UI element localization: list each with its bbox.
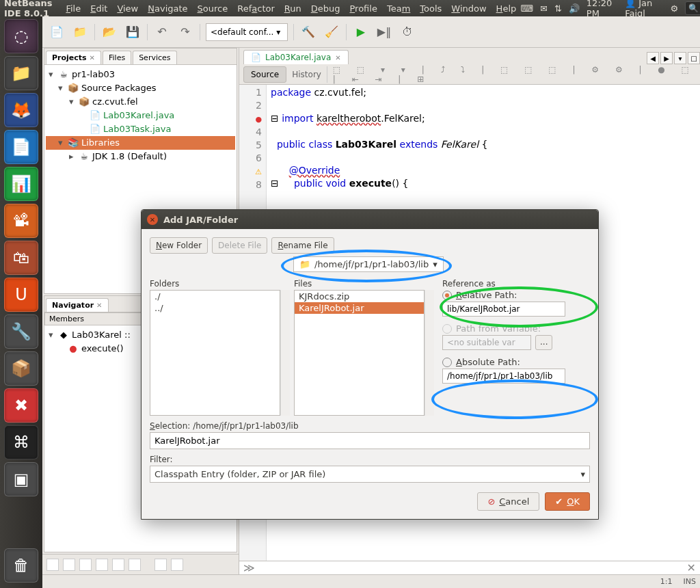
indicator-power-icon[interactable]: ⚙ [671, 3, 679, 14]
tab-files[interactable]: Files [103, 51, 131, 64]
list-item[interactable]: KarelJRobot.jar [295, 302, 424, 314]
build-icon[interactable]: 🔨 [299, 23, 317, 41]
run-config-combo[interactable]: <default conf... ▾ [206, 23, 288, 41]
relative-path-radio[interactable] [442, 291, 452, 300]
tab-services[interactable]: Services [133, 51, 176, 64]
menu-edit[interactable]: Edit [86, 2, 111, 15]
scrollbar[interactable] [425, 290, 434, 416]
launcher-calc-icon[interactable]: 📊 [4, 167, 38, 201]
folders-listbox[interactable]: ./ ../ [150, 290, 280, 416]
menu-navigate[interactable]: Navigate [144, 2, 191, 15]
menu-file[interactable]: File [62, 2, 85, 15]
launcher-firefox-icon[interactable]: 🦊 [4, 93, 38, 127]
list-item[interactable]: KJRdocs.zip [295, 291, 424, 302]
clean-build-icon[interactable]: 🧹 [323, 23, 340, 41]
menu-view[interactable]: View [113, 2, 142, 15]
menu-source[interactable]: Source [193, 2, 232, 15]
indicator-network-icon[interactable]: ⇅ [554, 3, 562, 14]
launcher-dropbox-icon[interactable]: 📦 [4, 351, 38, 386]
filter-icon[interactable] [154, 559, 167, 571]
profile-icon[interactable]: ⏱ [399, 23, 416, 41]
tree-libraries[interactable]: ▾📚Libraries [46, 136, 235, 150]
launcher-trash-icon[interactable]: 🗑 [4, 548, 38, 583]
cancel-button[interactable]: ⊘ Cancel [477, 492, 539, 511]
launcher-writer-icon[interactable]: 📄 [4, 130, 38, 164]
browse-variable-button[interactable]: ... [535, 335, 552, 350]
close-icon[interactable]: ✕ [90, 54, 95, 62]
tree-jdk[interactable]: ▸☕JDK 1.8 (Default) [46, 150, 235, 163]
launcher-settings-icon[interactable]: 🔧 [4, 315, 38, 349]
new-project-icon[interactable]: 📁 [71, 23, 89, 41]
launcher-impress-icon[interactable]: 📽 [4, 204, 38, 238]
launcher-xmind-icon[interactable]: ✖ [4, 388, 38, 423]
filter-icon[interactable] [171, 559, 183, 571]
menu-run[interactable]: Run [280, 2, 306, 15]
nav-dropdown-icon[interactable]: ▾ [674, 52, 686, 64]
debug-icon[interactable]: ▶‖ [375, 23, 393, 41]
hscroll-left-icon[interactable]: ≫ [243, 561, 255, 574]
editor-toolbar-icons[interactable]: ⬚ ⬚ ▾ ▾ | ⤴ ⤵ | ⬚ ⬚ ⬚ | ⚙ ⚙ | ● ⬚ | ⇤ ⇥ … [333, 65, 696, 84]
close-icon[interactable]: ✕ [147, 214, 158, 225]
menu-team[interactable]: Team [383, 2, 414, 15]
rename-file-button[interactable]: Rename File [271, 237, 334, 254]
launcher-terminal-icon[interactable]: ⌘ [4, 425, 38, 459]
indicator-sound-icon[interactable]: 🔊 [569, 3, 580, 14]
tab-navigator[interactable]: Navigator✕ [46, 298, 109, 312]
source-view-button[interactable]: Source [243, 66, 286, 83]
relative-path-input[interactable] [442, 302, 565, 317]
menu-profile[interactable]: Profile [345, 2, 381, 15]
editor-tab-lab03karel[interactable]: 📄 Lab03Karel.java ✕ [243, 50, 349, 64]
launcher-software-icon[interactable]: 🛍 [4, 241, 38, 275]
undo-icon[interactable]: ↶ [153, 23, 171, 41]
clock[interactable]: 12:20 PM [587, 0, 618, 18]
tree-source-packages[interactable]: ▾📦Source Packages [46, 81, 235, 95]
redo-icon[interactable]: ↷ [176, 23, 194, 41]
absolute-path-radio[interactable] [442, 358, 452, 367]
list-item[interactable]: ../ [150, 302, 280, 314]
new-folder-button[interactable]: New Folder [150, 237, 208, 254]
filter-icon[interactable] [46, 559, 59, 571]
indicator-mail-icon[interactable]: ✉ [540, 3, 548, 14]
nav-back-icon[interactable]: ◀ [647, 52, 659, 64]
maximize-icon[interactable]: □ [688, 52, 700, 64]
menu-tools[interactable]: Tools [416, 2, 446, 15]
tab-projects[interactable]: Projects✕ [46, 51, 101, 64]
new-file-icon[interactable]: 📄 [48, 23, 66, 41]
filter-icon[interactable] [79, 559, 92, 571]
close-icon[interactable]: ✕ [96, 302, 102, 309]
launcher-ubuntu-one-icon[interactable]: U [4, 278, 38, 312]
dialog-titlebar[interactable]: ✕ Add JAR/Folder [142, 210, 598, 229]
menu-window[interactable]: Window [447, 2, 490, 15]
filter-combo[interactable]: Classpath Entry (folder, ZIP or JAR file… [150, 466, 590, 483]
close-icon[interactable]: ✕ [335, 54, 340, 62]
path-combo[interactable]: 📁 /home/jf/pr1/pr1-lab03/lib ▾ [293, 256, 444, 272]
history-view-button[interactable]: History [292, 70, 321, 79]
filter-icon[interactable] [129, 559, 141, 571]
selection-input[interactable] [150, 432, 590, 449]
indicator-keyboard-icon[interactable]: ⌨ [520, 3, 533, 14]
files-listbox[interactable]: KJRdocs.zip KarelJRobot.jar [294, 290, 425, 416]
filter-icon[interactable] [112, 559, 124, 571]
tree-file-karel[interactable]: 📄Lab03Karel.java [46, 109, 235, 122]
menu-help[interactable]: Help [492, 2, 521, 15]
editor-close-x-icon[interactable]: ✕ [687, 561, 696, 574]
list-item[interactable]: ./ [150, 291, 280, 302]
ok-button[interactable]: ✔ OK [545, 492, 590, 511]
open-project-icon[interactable]: 📂 [100, 23, 118, 41]
run-icon[interactable]: ▶ [352, 23, 370, 41]
ide-search[interactable]: 🔍 Search (Ctrl+I) [685, 1, 700, 15]
nav-forward-icon[interactable]: ▶ [660, 52, 673, 64]
scrollbar[interactable] [280, 290, 290, 416]
filter-icon[interactable] [63, 559, 75, 571]
save-all-icon[interactable]: 💾 [124, 23, 142, 41]
launcher-files-icon[interactable]: 📁 [4, 56, 38, 90]
user-menu[interactable]: 👤 Jan Faigl [625, 0, 663, 18]
tree-file-task[interactable]: 📄Lab03Task.java [46, 122, 235, 136]
filter-icon[interactable] [96, 559, 108, 571]
launcher-virtualbox-icon[interactable]: ▣ [4, 462, 38, 496]
launcher-dash-icon[interactable]: ◌ [4, 19, 38, 53]
tree-package[interactable]: ▾📦cz.cvut.fel [46, 95, 235, 109]
menu-refactor[interactable]: Refactor [233, 2, 279, 15]
absolute-path-input[interactable] [442, 369, 565, 384]
tree-project-root[interactable]: ▾☕pr1-lab03 [46, 68, 235, 81]
